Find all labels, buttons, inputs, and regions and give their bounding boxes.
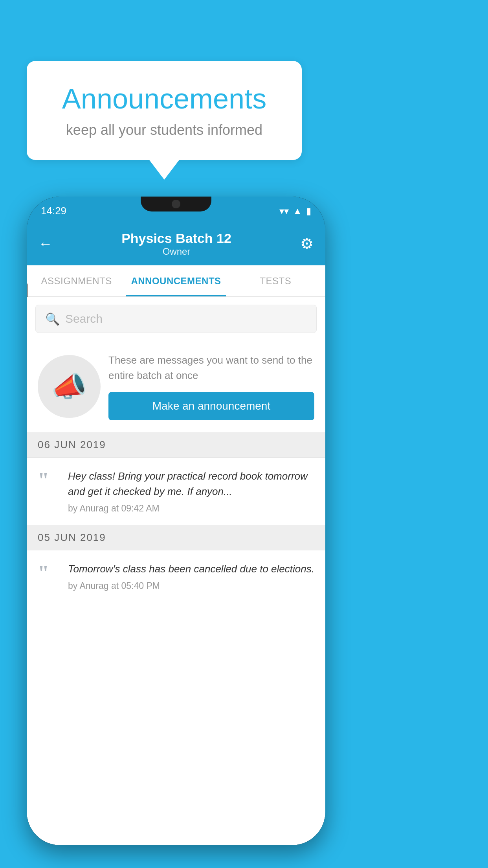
status-time: 14:29 [41, 205, 66, 217]
search-placeholder: Search [65, 312, 103, 326]
announcement-message-2: Tomorrow's class has been cancelled due … [68, 561, 314, 577]
header-subtitle: Owner [121, 246, 231, 257]
phone-frame: 14:29 ▾▾ ▲ ▮ ← Physics Batch 12 Owner ⚙ … [27, 197, 325, 845]
phone-screen: 🔍 Search 📣 These are messages you want t… [27, 297, 325, 845]
megaphone-icon: 📣 [51, 370, 87, 403]
status-icons: ▾▾ ▲ ▮ [279, 206, 311, 217]
promo-section: 📣 These are messages you want to send to… [27, 341, 325, 432]
speech-bubble-arrow [149, 160, 179, 180]
announcement-item-1: " Hey class! Bring your practical record… [27, 458, 325, 525]
promo-description: These are messages you want to send to t… [108, 353, 314, 383]
announcement-message-1: Hey class! Bring your practical record b… [68, 469, 314, 499]
announcement-icon-circle: 📣 [38, 355, 101, 418]
wifi-icon: ▾▾ [279, 206, 289, 217]
announcement-content-2: Tomorrow's class has been cancelled due … [68, 561, 314, 591]
date-header-1: 06 JUN 2019 [27, 432, 325, 458]
quote-icon-2: " [38, 563, 59, 583]
app-header: ← Physics Batch 12 Owner ⚙ [27, 222, 325, 265]
announcement-item-2: " Tomorrow's class has been cancelled du… [27, 550, 325, 602]
promo-content: These are messages you want to send to t… [108, 353, 314, 420]
announcement-author-1: by Anurag at 09:42 AM [68, 503, 314, 514]
phone-camera [172, 200, 180, 208]
speech-bubble-subtitle: keep all your students informed [50, 122, 278, 138]
settings-icon[interactable]: ⚙ [300, 235, 314, 252]
battery-icon: ▮ [306, 206, 311, 217]
announcement-content-1: Hey class! Bring your practical record b… [68, 469, 314, 514]
phone-notch [141, 197, 211, 211]
date-header-2: 05 JUN 2019 [27, 525, 325, 550]
phone-inner: 14:29 ▾▾ ▲ ▮ ← Physics Batch 12 Owner ⚙ … [27, 197, 325, 845]
header-title: Physics Batch 12 [121, 231, 231, 246]
header-title-group: Physics Batch 12 Owner [121, 231, 231, 257]
tabs-bar: ASSIGNMENTS ANNOUNCEMENTS TESTS [27, 265, 325, 297]
search-icon: 🔍 [45, 312, 60, 326]
tab-tests[interactable]: TESTS [226, 265, 325, 296]
speech-bubble: Announcements keep all your students inf… [27, 61, 302, 160]
speech-bubble-title: Announcements [50, 83, 278, 115]
quote-icon-1: " [38, 470, 59, 491]
make-announcement-button[interactable]: Make an announcement [108, 392, 314, 420]
speech-bubble-container: Announcements keep all your students inf… [27, 61, 302, 180]
tab-assignments[interactable]: ASSIGNMENTS [27, 265, 126, 296]
tab-announcements[interactable]: ANNOUNCEMENTS [126, 265, 226, 296]
search-bar[interactable]: 🔍 Search [35, 305, 317, 333]
signal-icon: ▲ [293, 206, 302, 217]
back-button[interactable]: ← [39, 235, 53, 252]
announcement-author-2: by Anurag at 05:40 PM [68, 581, 314, 591]
